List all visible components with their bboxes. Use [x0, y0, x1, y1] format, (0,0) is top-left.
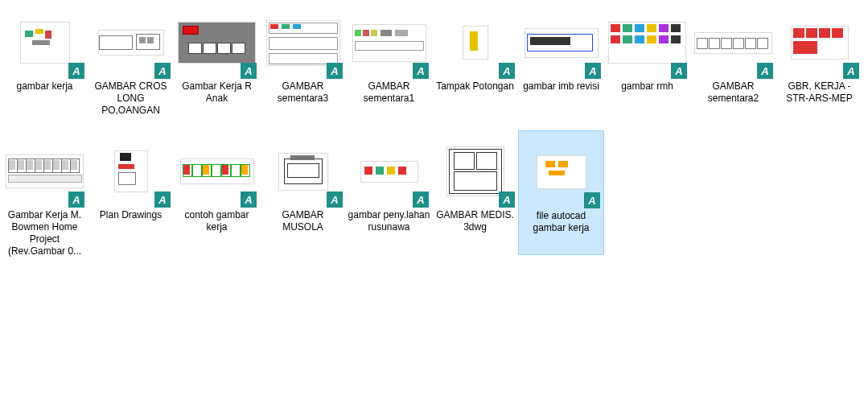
file-name-label: gambar kerja [2, 79, 88, 93]
autocad-app-icon: A [843, 63, 859, 79]
file-name-label: gambar imb revisi [518, 79, 604, 93]
file-thumbnail: A [776, 2, 862, 79]
file-name-label: GAMBAR MUSOLA [260, 208, 346, 233]
file-thumbnail: A [2, 2, 88, 79]
file-item[interactable]: AGBR, KERJA - STR-ARS-MEP [776, 2, 862, 126]
file-item[interactable]: ATampak Potongan [432, 2, 518, 126]
file-thumbnail: A [346, 130, 432, 208]
file-thumbnail: A [260, 2, 346, 79]
file-name-label: GAMBAR sementara1 [346, 79, 432, 105]
file-item[interactable]: AGambar Kerja R Anak [174, 2, 260, 126]
file-thumbnail: A [432, 2, 518, 79]
autocad-app-icon: A [68, 63, 84, 79]
file-name-label: Plan Drawings [88, 208, 174, 221]
file-name-label: Gambar Kerja R Anak [174, 79, 260, 105]
file-thumbnail: A [174, 130, 260, 208]
file-item[interactable]: AGAMBAR MUSOLA [260, 130, 346, 255]
file-name-label: GAMBAR CROS LONG PO,OANGAN [88, 79, 174, 117]
file-name-label: Tampak Potongan [432, 79, 518, 93]
autocad-app-icon: A [154, 191, 171, 208]
autocad-app-icon: A [241, 63, 257, 79]
file-thumbnail: A [260, 130, 346, 208]
file-item[interactable]: APlan Drawings [88, 130, 174, 255]
file-thumbnail: A [174, 2, 260, 79]
file-name-label: gambar rmh [604, 79, 690, 93]
autocad-app-icon: A [584, 192, 600, 208]
file-grid: Agambar kerjaAGAMBAR CROS LONG PO,OANGAN… [0, 0, 868, 261]
file-name-label: contoh gambar kerja [174, 208, 260, 233]
autocad-app-icon: A [499, 63, 515, 79]
file-name-label: GAMBAR sementara2 [690, 79, 776, 105]
file-name-label: GAMBAR MEDIS. 3dwg [432, 208, 518, 233]
file-thumbnail: A [88, 2, 174, 79]
file-item[interactable]: Afile autocad gambar kerja [518, 130, 604, 255]
autocad-app-icon: A [413, 191, 429, 208]
autocad-app-icon: A [327, 63, 343, 79]
file-item[interactable]: Agambar peny.lahan rusunawa [346, 130, 432, 255]
file-thumbnail: A [518, 2, 604, 79]
file-item[interactable]: Acontoh gambar kerja [174, 130, 260, 255]
autocad-app-icon: A [154, 63, 171, 79]
file-name-label: GBR, KERJA - STR-ARS-MEP [776, 79, 862, 105]
file-item[interactable]: AGAMBAR MEDIS. 3dwg [432, 130, 518, 255]
file-item[interactable]: Agambar rmh [604, 2, 690, 126]
autocad-app-icon: A [499, 191, 515, 208]
autocad-app-icon: A [241, 191, 257, 208]
file-item[interactable]: Agambar kerja [2, 2, 88, 126]
file-item[interactable]: AGAMBAR CROS LONG PO,OANGAN [88, 2, 174, 126]
file-item[interactable]: AGAMBAR sementara3 [260, 2, 346, 126]
file-item[interactable]: Agambar imb revisi [518, 2, 604, 126]
file-thumbnail: A [690, 2, 776, 79]
file-name-label: GAMBAR sementara3 [260, 79, 346, 105]
file-thumbnail: A [432, 130, 518, 208]
file-name-label: file autocad gambar kerja [519, 208, 603, 234]
file-name-label: gambar peny.lahan rusunawa [346, 208, 432, 233]
autocad-app-icon: A [68, 191, 84, 208]
autocad-app-icon: A [413, 63, 429, 79]
autocad-app-icon: A [327, 191, 343, 208]
autocad-app-icon: A [671, 63, 687, 79]
autocad-app-icon: A [757, 63, 773, 79]
file-thumbnail: A [2, 130, 88, 208]
file-thumbnail: A [519, 131, 603, 208]
file-item[interactable]: AGambar Kerja M. Bowmen Home Project (Re… [2, 130, 88, 255]
file-name-label: Gambar Kerja M. Bowmen Home Project (Rev… [2, 208, 88, 257]
file-thumbnail: A [88, 130, 174, 208]
file-item[interactable]: AGAMBAR sementara2 [690, 2, 776, 126]
file-thumbnail: A [346, 2, 432, 79]
file-thumbnail: A [604, 2, 690, 79]
autocad-app-icon: A [585, 63, 601, 79]
file-item[interactable]: AGAMBAR sementara1 [346, 2, 432, 126]
